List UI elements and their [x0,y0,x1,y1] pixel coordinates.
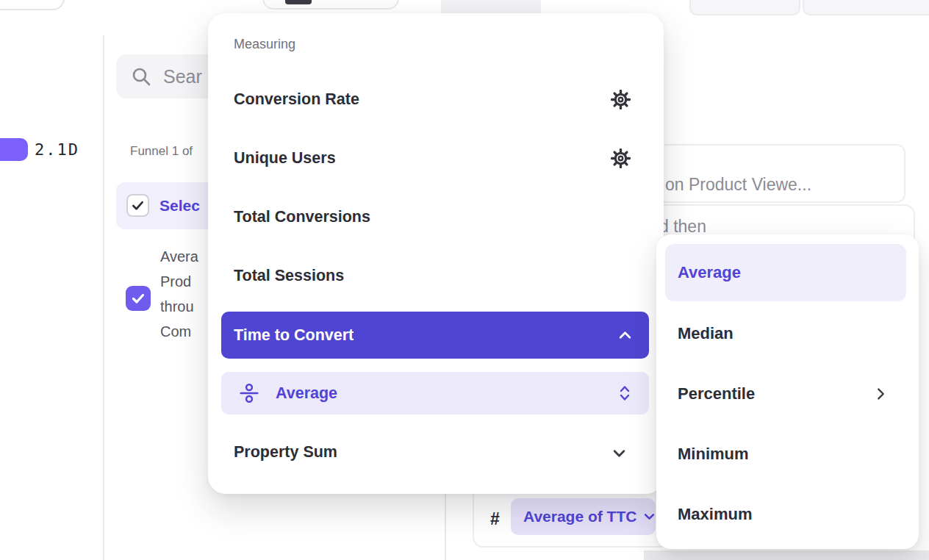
average-divide-icon [239,382,259,404]
metric-description-line: Prod [160,269,198,294]
chevron-right-icon [877,388,885,401]
bottom-background-strip [644,550,929,560]
measuring-dropdown-menu: Measuring Conversion Rate Unique Users [208,13,664,494]
agg-item-average-label: Average [678,263,741,282]
checkmark-icon [131,198,145,212]
funnel-count-label: Funnel 1 of [130,144,193,159]
menu-subitem-average[interactable]: Average [221,372,649,414]
menu-item-property-sum[interactable]: Property Sum [234,443,337,462]
menu-item-time-to-convert[interactable]: Time to Convert [221,312,649,359]
topbar-fragment-tab [441,0,541,14]
funnel-builder-screen: 2.1D Sear Funnel 1 of Selec Avera Prod t… [0,0,929,560]
topbar-icon-fragment [285,0,312,4]
funnel-step-event-label: on Product Viewe... [665,175,811,195]
gear-icon[interactable] [609,147,631,169]
chevron-down-icon [644,513,655,520]
menu-item-total-conversions[interactable]: Total Conversions [234,208,370,226]
numeric-type-symbol: # [490,509,500,529]
chevron-up-icon [619,331,631,340]
funnel-checkbox[interactable] [126,194,149,217]
metric-description-line: Avera [160,244,198,269]
search-icon [131,66,151,87]
agg-item-average[interactable]: Average [665,244,906,301]
topbar-fragment-left [0,0,65,10]
measuring-menu-header: Measuring [234,37,295,52]
menu-item-conversion-rate[interactable]: Conversion Rate [234,90,359,109]
agg-item-percentile[interactable]: Percentile [678,384,755,403]
measurement-value-dropdown[interactable]: Average of TTC [511,498,656,535]
agg-item-median[interactable]: Median [678,324,733,343]
topbar-fragment-right-2 [803,0,929,15]
checkmark-icon [131,291,146,306]
metric-description: Avera Prod throu Com [160,244,198,344]
and-then-label: d then [659,217,706,237]
measurement-value-label: Average of TTC [523,508,636,525]
topbar-fragment-right-1 [689,0,800,15]
search-placeholder: Sear [163,66,202,87]
menu-item-unique-users[interactable]: Unique Users [234,149,336,168]
metric-description-line: Com [160,319,198,344]
series-badge: 2.1D [35,140,79,159]
menu-subitem-average-label: Average [276,384,337,403]
funnel-select-label: Selec [159,197,200,215]
gear-icon[interactable] [609,88,631,110]
menu-item-time-to-convert-label: Time to Convert [234,326,354,345]
metric-description-line: throu [160,294,198,319]
agg-item-minimum[interactable]: Minimum [678,445,749,464]
metric-checkbox[interactable] [126,286,151,311]
aggregation-submenu: Average Median Percentile Minimum Maximu… [656,234,919,549]
chevron-down-icon[interactable] [613,450,625,458]
topbar-fragment-center [262,0,399,10]
series-color-swatch [0,138,28,161]
menu-item-total-sessions[interactable]: Total Sessions [234,267,344,285]
left-panel-divider [103,35,104,560]
unfold-icon [620,385,630,401]
agg-item-maximum[interactable]: Maximum [678,505,752,524]
